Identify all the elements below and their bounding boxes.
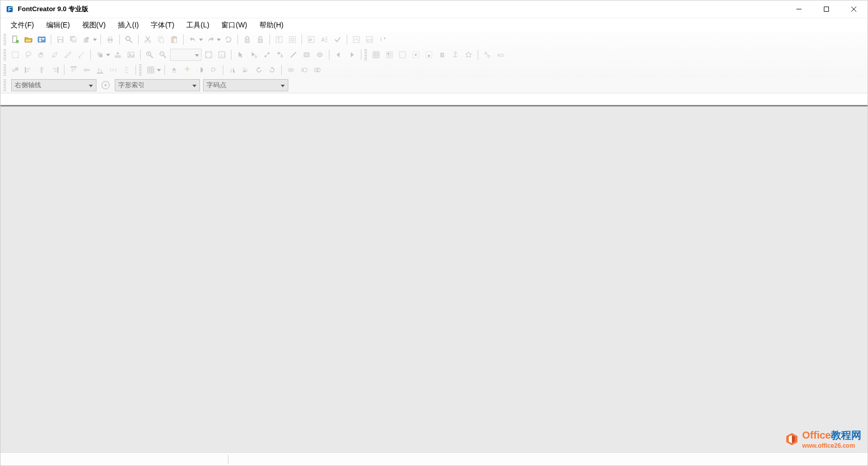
print-button[interactable] xyxy=(104,33,116,46)
export-dropdown[interactable] xyxy=(92,33,97,46)
maximize-button[interactable] xyxy=(813,1,840,18)
lasso-button[interactable] xyxy=(22,49,35,61)
next-glyph-button[interactable] xyxy=(346,49,358,61)
rectangle-tool-button[interactable] xyxy=(301,49,313,61)
node-insert-button[interactable] xyxy=(261,49,273,61)
favorite-button[interactable] xyxy=(462,49,475,61)
subtract-button[interactable] xyxy=(298,64,310,76)
minimize-button[interactable] xyxy=(785,1,813,18)
align-hcenter-button[interactable] xyxy=(36,64,48,76)
fill-layers-dropdown[interactable] xyxy=(106,49,111,61)
menu-window[interactable]: 窗口(W) xyxy=(215,19,253,32)
find-button[interactable] xyxy=(123,33,135,46)
preview-button[interactable] xyxy=(286,33,298,46)
unlink-contours-button[interactable]: KO xyxy=(494,49,507,61)
zoom-in-button[interactable] xyxy=(144,49,156,61)
outline-view-button[interactable] xyxy=(208,64,220,76)
open-project-button[interactable] xyxy=(36,33,48,46)
table-view-dropdown[interactable] xyxy=(156,64,161,76)
redo-button[interactable] xyxy=(205,33,217,46)
node-convert-button[interactable] xyxy=(274,49,286,61)
highlight-button[interactable] xyxy=(181,64,193,76)
properties-button[interactable] xyxy=(350,33,362,46)
menu-view[interactable]: 视图(V) xyxy=(76,19,112,32)
sort-asc-button[interactable] xyxy=(168,64,180,76)
knife-button[interactable] xyxy=(75,49,87,61)
save-button[interactable] xyxy=(54,33,66,46)
copy-button[interactable] xyxy=(155,33,167,46)
auto-metrics-button[interactable]: A xyxy=(318,33,330,46)
freehand-button[interactable] xyxy=(62,49,74,61)
repeat-button[interactable] xyxy=(222,33,235,46)
zoom-out-button[interactable] xyxy=(157,49,169,61)
fit-window-button[interactable] xyxy=(203,49,215,61)
link-contours-button[interactable] xyxy=(481,49,493,61)
zoom-combo[interactable] xyxy=(170,49,202,61)
undo-dropdown[interactable] xyxy=(198,33,204,46)
guides-button[interactable] xyxy=(396,49,409,61)
align-vcenter-button[interactable] xyxy=(81,64,93,76)
toolbar-handle[interactable] xyxy=(139,64,142,76)
text-preview-button[interactable]: T xyxy=(273,33,285,46)
composite-glyph-button[interactable] xyxy=(9,64,21,76)
opentype-button[interactable]: OT xyxy=(363,33,376,46)
glyph-index-select[interactable]: 字形索引 xyxy=(115,79,200,91)
anchor-button[interactable] xyxy=(449,49,461,61)
lock-button[interactable] xyxy=(241,33,253,46)
codepoint-select[interactable]: 字码点 xyxy=(203,79,288,91)
table-view-button[interactable] xyxy=(145,64,157,76)
grid-button[interactable] xyxy=(370,49,382,61)
measure-button[interactable] xyxy=(287,49,299,61)
redo-dropdown[interactable] xyxy=(216,33,221,46)
pen-tool-button[interactable] xyxy=(49,49,61,61)
flip-v-button[interactable] xyxy=(240,64,252,76)
intersect-button[interactable] xyxy=(311,64,323,76)
menu-font[interactable]: 字体(T) xyxy=(145,19,180,32)
align-right-button[interactable] xyxy=(49,64,61,76)
toolbar-handle[interactable] xyxy=(4,64,6,76)
toolbar-handle[interactable] xyxy=(4,34,6,45)
toolbar-handle[interactable] xyxy=(364,49,367,60)
menu-file[interactable]: 文件(F) xyxy=(5,19,40,32)
install-font-button[interactable]: I xyxy=(377,33,389,46)
distribute-v-button[interactable] xyxy=(120,64,132,76)
new-file-button[interactable]: + xyxy=(9,33,21,46)
cut-button[interactable] xyxy=(142,33,154,46)
rotate-cw-button[interactable] xyxy=(266,64,278,76)
menu-help[interactable]: 帮助(H) xyxy=(253,19,289,32)
save-all-button[interactable] xyxy=(68,33,80,46)
grid-snap-button[interactable] xyxy=(383,49,395,61)
validate-button[interactable] xyxy=(331,33,344,46)
paste-button[interactable] xyxy=(168,33,180,46)
image-tool-button[interactable] xyxy=(125,49,137,61)
pointer-button[interactable] xyxy=(235,49,247,61)
prev-glyph-button[interactable] xyxy=(332,49,345,61)
hand-tool-button[interactable] xyxy=(36,49,48,61)
actual-size-button[interactable]: 1:1 xyxy=(216,49,228,61)
rotate-ccw-button[interactable] xyxy=(253,64,265,76)
toolbar-handle[interactable] xyxy=(4,80,6,91)
align-top-button[interactable] xyxy=(68,64,80,76)
menu-insert[interactable]: 插入(I) xyxy=(112,19,145,32)
contrast-button[interactable] xyxy=(194,64,207,76)
menu-tools[interactable]: 工具(L) xyxy=(180,19,215,32)
select-rect-button[interactable] xyxy=(9,49,21,61)
union-button[interactable] xyxy=(285,64,297,76)
pointer-node-button[interactable] xyxy=(248,49,260,61)
menu-edit[interactable]: 编辑(E) xyxy=(40,19,76,32)
align-left-button[interactable] xyxy=(22,64,35,76)
fill-layers-button[interactable] xyxy=(94,49,106,61)
close-button[interactable] xyxy=(840,1,867,18)
align-bottom-button[interactable] xyxy=(94,64,106,76)
guides-snap-button[interactable] xyxy=(410,49,422,61)
undo-button[interactable] xyxy=(187,33,199,46)
right-axis-select[interactable]: 右侧轴线 xyxy=(11,79,96,91)
toolbar-handle[interactable] xyxy=(4,49,6,60)
ellipse-tool-button[interactable] xyxy=(314,49,326,61)
export-button[interactable] xyxy=(81,33,93,46)
distribute-h-button[interactable] xyxy=(107,64,119,76)
bold-button[interactable]: B xyxy=(436,49,448,61)
unlock-button[interactable] xyxy=(254,33,266,46)
paragraph-button[interactable]: P xyxy=(305,33,317,46)
axis-config-button[interactable] xyxy=(99,79,112,91)
